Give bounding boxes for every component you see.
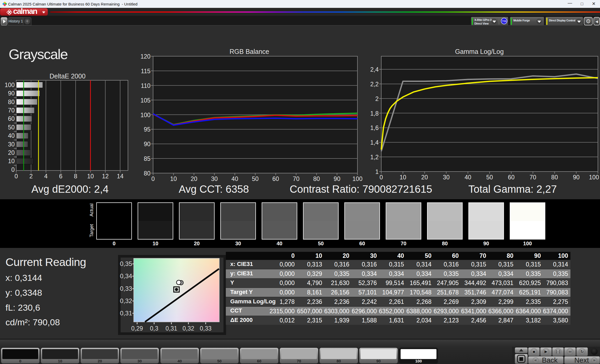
svg-text:50: 50 — [8, 124, 15, 131]
svg-text:95: 95 — [144, 126, 150, 133]
svg-text:100: 100 — [352, 175, 362, 182]
svg-text:0: 0 — [15, 173, 18, 180]
svg-text:10: 10 — [87, 173, 94, 180]
svg-text:70: 70 — [530, 174, 536, 181]
svg-text:90: 90 — [8, 90, 15, 97]
svg-text:1: 1 — [375, 168, 379, 175]
svg-text:40: 40 — [464, 174, 471, 181]
svg-text:20: 20 — [190, 175, 197, 182]
svg-text:Gamma Log/Log: Gamma Log/Log — [455, 48, 504, 55]
svg-text:1,6: 1,6 — [370, 124, 379, 131]
svg-text:60: 60 — [8, 115, 15, 122]
svg-text:80: 80 — [144, 170, 150, 177]
svg-text:30: 30 — [443, 174, 450, 181]
svg-text:2,2: 2,2 — [370, 81, 379, 88]
svg-text:0,31: 0,31 — [166, 325, 177, 332]
svg-text:50: 50 — [252, 175, 259, 182]
svg-text:100: 100 — [5, 82, 15, 88]
svg-text:10: 10 — [8, 158, 15, 164]
svg-text:1,4: 1,4 — [370, 139, 379, 146]
svg-text:10: 10 — [400, 174, 406, 181]
svg-text:1,8: 1,8 — [370, 110, 379, 117]
svg-text:8: 8 — [74, 173, 77, 180]
svg-text:90: 90 — [144, 141, 150, 147]
svg-text:14: 14 — [117, 173, 124, 180]
svg-text:30: 30 — [211, 175, 218, 182]
svg-text:110: 110 — [141, 82, 150, 89]
svg-text:20: 20 — [8, 149, 15, 156]
svg-text:RGB Balance: RGB Balance — [229, 48, 269, 55]
svg-text:DeltaE 2000: DeltaE 2000 — [49, 72, 86, 80]
svg-text:40: 40 — [232, 175, 238, 182]
svg-text:0,29: 0,29 — [131, 325, 143, 332]
svg-text:0,32: 0,32 — [120, 297, 132, 304]
svg-text:2,4: 2,4 — [370, 66, 379, 73]
svg-text:100: 100 — [141, 112, 150, 118]
svg-text:60: 60 — [508, 174, 515, 181]
svg-text:105: 105 — [141, 97, 150, 104]
svg-text:30: 30 — [8, 141, 15, 148]
svg-text:0,33: 0,33 — [120, 285, 132, 292]
svg-text:0,35: 0,35 — [120, 260, 132, 267]
svg-text:20: 20 — [421, 174, 428, 181]
svg-text:60: 60 — [272, 175, 279, 182]
svg-text:2: 2 — [375, 95, 379, 102]
svg-text:90: 90 — [334, 175, 340, 182]
svg-text:40: 40 — [8, 132, 15, 139]
svg-text:0,31: 0,31 — [120, 310, 132, 317]
svg-text:0,34: 0,34 — [120, 272, 132, 280]
svg-text:80: 80 — [8, 99, 15, 105]
svg-text:120: 120 — [141, 53, 150, 60]
svg-text:0,32: 0,32 — [183, 325, 194, 332]
svg-text:80: 80 — [551, 174, 558, 181]
svg-text:70: 70 — [8, 107, 15, 114]
svg-text:70: 70 — [293, 175, 300, 182]
svg-text:1,2: 1,2 — [370, 154, 379, 161]
svg-text:85: 85 — [144, 155, 150, 162]
svg-text:6: 6 — [59, 173, 63, 180]
svg-text:100: 100 — [589, 174, 599, 181]
svg-text:80: 80 — [313, 175, 320, 182]
svg-text:10: 10 — [170, 175, 177, 182]
svg-text:4: 4 — [44, 173, 48, 180]
svg-text:0: 0 — [152, 175, 155, 182]
svg-text:2: 2 — [29, 173, 33, 180]
svg-text:0: 0 — [380, 174, 383, 181]
svg-text:0,33: 0,33 — [200, 325, 212, 332]
svg-text:90: 90 — [573, 174, 580, 181]
svg-text:0: 0 — [11, 166, 15, 173]
svg-text:115: 115 — [141, 68, 150, 75]
svg-text:50: 50 — [486, 174, 493, 181]
svg-text:12: 12 — [102, 173, 109, 180]
svg-text:0,3: 0,3 — [150, 325, 158, 332]
